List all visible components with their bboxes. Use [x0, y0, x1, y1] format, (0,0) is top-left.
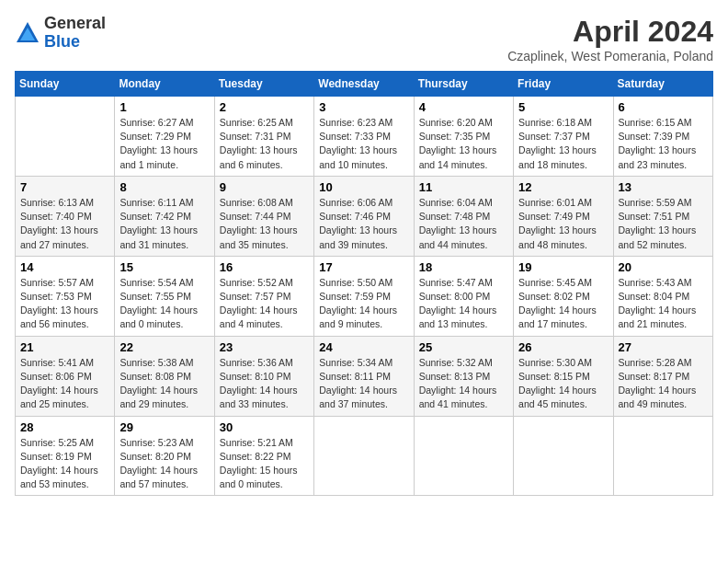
day-info: Sunrise: 5:34 AM Sunset: 8:11 PM Dayligh… — [319, 356, 408, 412]
calendar-cell: 1Sunrise: 6:27 AM Sunset: 7:29 PM Daylig… — [115, 97, 214, 177]
day-number: 30 — [220, 420, 309, 434]
day-info: Sunrise: 6:18 AM Sunset: 7:37 PM Dayligh… — [518, 116, 608, 172]
calendar-cell: 7Sunrise: 6:13 AM Sunset: 7:40 PM Daylig… — [16, 176, 115, 256]
day-number: 15 — [119, 260, 209, 274]
calendar-cell: 27Sunrise: 5:28 AM Sunset: 8:17 PM Dayli… — [613, 336, 712, 416]
logo: General Blue — [15, 15, 106, 52]
day-number: 8 — [119, 180, 209, 194]
day-info: Sunrise: 5:21 AM Sunset: 8:22 PM Dayligh… — [220, 436, 309, 492]
weekday-friday: Friday — [514, 72, 613, 97]
day-info: Sunrise: 5:23 AM Sunset: 8:20 PM Dayligh… — [119, 436, 209, 492]
day-number: 28 — [20, 420, 109, 434]
calendar-cell: 24Sunrise: 5:34 AM Sunset: 8:11 PM Dayli… — [314, 336, 414, 416]
calendar-cell: 13Sunrise: 5:59 AM Sunset: 7:51 PM Dayli… — [613, 176, 712, 256]
calendar-cell: 18Sunrise: 5:47 AM Sunset: 8:00 PM Dayli… — [414, 256, 513, 336]
weekday-tuesday: Tuesday — [214, 72, 313, 97]
day-number: 16 — [220, 260, 309, 274]
calendar-cell: 8Sunrise: 6:11 AM Sunset: 7:42 PM Daylig… — [115, 176, 214, 256]
page-header: General Blue April 2024 Czaplinek, West … — [15, 15, 713, 63]
calendar-cell: 3Sunrise: 6:23 AM Sunset: 7:33 PM Daylig… — [314, 97, 414, 177]
weekday-header-row: SundayMondayTuesdayWednesdayThursdayFrid… — [16, 72, 713, 97]
calendar-cell: 30Sunrise: 5:21 AM Sunset: 8:22 PM Dayli… — [214, 416, 313, 496]
calendar-cell: 10Sunrise: 6:06 AM Sunset: 7:46 PM Dayli… — [314, 176, 414, 256]
day-number: 24 — [319, 340, 408, 354]
calendar-cell: 6Sunrise: 6:15 AM Sunset: 7:39 PM Daylig… — [613, 97, 712, 177]
title-block: April 2024 Czaplinek, West Pomerania, Po… — [507, 15, 713, 63]
calendar-cell — [514, 416, 613, 496]
day-info: Sunrise: 6:11 AM Sunset: 7:42 PM Dayligh… — [119, 196, 209, 252]
day-number: 23 — [220, 340, 309, 354]
day-info: Sunrise: 5:41 AM Sunset: 8:06 PM Dayligh… — [20, 356, 109, 412]
day-number: 5 — [518, 100, 608, 114]
day-number: 21 — [20, 340, 109, 354]
day-info: Sunrise: 5:50 AM Sunset: 7:59 PM Dayligh… — [319, 276, 408, 332]
day-info: Sunrise: 5:30 AM Sunset: 8:15 PM Dayligh… — [518, 356, 608, 412]
day-info: Sunrise: 5:59 AM Sunset: 7:51 PM Dayligh… — [619, 196, 708, 252]
day-number: 25 — [419, 340, 508, 354]
day-info: Sunrise: 5:25 AM Sunset: 8:19 PM Dayligh… — [20, 436, 109, 492]
day-info: Sunrise: 5:45 AM Sunset: 8:02 PM Dayligh… — [518, 276, 608, 332]
day-info: Sunrise: 5:28 AM Sunset: 8:17 PM Dayligh… — [619, 356, 708, 412]
day-info: Sunrise: 5:36 AM Sunset: 8:10 PM Dayligh… — [220, 356, 309, 412]
day-info: Sunrise: 5:57 AM Sunset: 7:53 PM Dayligh… — [20, 276, 109, 332]
day-number: 2 — [220, 100, 309, 114]
calendar-cell: 9Sunrise: 6:08 AM Sunset: 7:44 PM Daylig… — [214, 176, 313, 256]
day-number: 3 — [319, 100, 408, 114]
day-info: Sunrise: 5:47 AM Sunset: 8:00 PM Dayligh… — [419, 276, 508, 332]
day-number: 17 — [319, 260, 408, 274]
day-info: Sunrise: 6:13 AM Sunset: 7:40 PM Dayligh… — [20, 196, 109, 252]
calendar-cell — [414, 416, 513, 496]
week-row-3: 14Sunrise: 5:57 AM Sunset: 7:53 PM Dayli… — [16, 256, 713, 336]
location: Czaplinek, West Pomerania, Poland — [507, 49, 713, 63]
day-info: Sunrise: 5:52 AM Sunset: 7:57 PM Dayligh… — [220, 276, 309, 332]
weekday-saturday: Saturday — [613, 72, 712, 97]
calendar-cell: 23Sunrise: 5:36 AM Sunset: 8:10 PM Dayli… — [214, 336, 313, 416]
day-number: 10 — [319, 180, 408, 194]
day-number: 19 — [518, 260, 608, 274]
calendar-cell: 16Sunrise: 5:52 AM Sunset: 7:57 PM Dayli… — [214, 256, 313, 336]
calendar-cell: 5Sunrise: 6:18 AM Sunset: 7:37 PM Daylig… — [514, 97, 613, 177]
day-number: 14 — [20, 260, 109, 274]
day-number: 7 — [20, 180, 109, 194]
logo-text: General Blue — [44, 15, 106, 52]
day-number: 29 — [119, 420, 209, 434]
calendar-cell: 2Sunrise: 6:25 AM Sunset: 7:31 PM Daylig… — [214, 97, 313, 177]
calendar-cell — [314, 416, 414, 496]
logo-icon — [15, 20, 40, 46]
day-number: 9 — [220, 180, 309, 194]
calendar-cell: 25Sunrise: 5:32 AM Sunset: 8:13 PM Dayli… — [414, 336, 513, 416]
week-row-4: 21Sunrise: 5:41 AM Sunset: 8:06 PM Dayli… — [16, 336, 713, 416]
week-row-5: 28Sunrise: 5:25 AM Sunset: 8:19 PM Dayli… — [16, 416, 713, 496]
calendar-body: 1Sunrise: 6:27 AM Sunset: 7:29 PM Daylig… — [16, 97, 713, 496]
calendar-cell: 22Sunrise: 5:38 AM Sunset: 8:08 PM Dayli… — [115, 336, 214, 416]
calendar-cell: 14Sunrise: 5:57 AM Sunset: 7:53 PM Dayli… — [16, 256, 115, 336]
weekday-wednesday: Wednesday — [314, 72, 414, 97]
day-info: Sunrise: 6:25 AM Sunset: 7:31 PM Dayligh… — [220, 116, 309, 172]
day-number: 18 — [419, 260, 508, 274]
day-number: 26 — [518, 340, 608, 354]
month-title: April 2024 — [507, 15, 713, 49]
calendar-cell: 4Sunrise: 6:20 AM Sunset: 7:35 PM Daylig… — [414, 97, 513, 177]
day-number: 11 — [419, 180, 508, 194]
calendar-table: SundayMondayTuesdayWednesdayThursdayFrid… — [15, 71, 713, 496]
calendar-cell: 11Sunrise: 6:04 AM Sunset: 7:48 PM Dayli… — [414, 176, 513, 256]
calendar-cell: 15Sunrise: 5:54 AM Sunset: 7:55 PM Dayli… — [115, 256, 214, 336]
day-number: 4 — [419, 100, 508, 114]
day-info: Sunrise: 5:32 AM Sunset: 8:13 PM Dayligh… — [419, 356, 508, 412]
day-info: Sunrise: 6:20 AM Sunset: 7:35 PM Dayligh… — [419, 116, 508, 172]
day-info: Sunrise: 6:08 AM Sunset: 7:44 PM Dayligh… — [220, 196, 309, 252]
day-info: Sunrise: 6:23 AM Sunset: 7:33 PM Dayligh… — [319, 116, 408, 172]
day-info: Sunrise: 6:15 AM Sunset: 7:39 PM Dayligh… — [619, 116, 708, 172]
day-info: Sunrise: 5:54 AM Sunset: 7:55 PM Dayligh… — [119, 276, 209, 332]
day-number: 1 — [119, 100, 209, 114]
day-info: Sunrise: 6:01 AM Sunset: 7:49 PM Dayligh… — [518, 196, 608, 252]
day-number: 6 — [619, 100, 708, 114]
calendar-cell: 29Sunrise: 5:23 AM Sunset: 8:20 PM Dayli… — [115, 416, 214, 496]
calendar-cell: 19Sunrise: 5:45 AM Sunset: 8:02 PM Dayli… — [514, 256, 613, 336]
calendar-cell — [16, 97, 115, 177]
day-number: 22 — [119, 340, 209, 354]
calendar-cell: 26Sunrise: 5:30 AM Sunset: 8:15 PM Dayli… — [514, 336, 613, 416]
calendar-cell: 17Sunrise: 5:50 AM Sunset: 7:59 PM Dayli… — [314, 256, 414, 336]
day-number: 12 — [518, 180, 608, 194]
calendar-cell: 20Sunrise: 5:43 AM Sunset: 8:04 PM Dayli… — [613, 256, 712, 336]
